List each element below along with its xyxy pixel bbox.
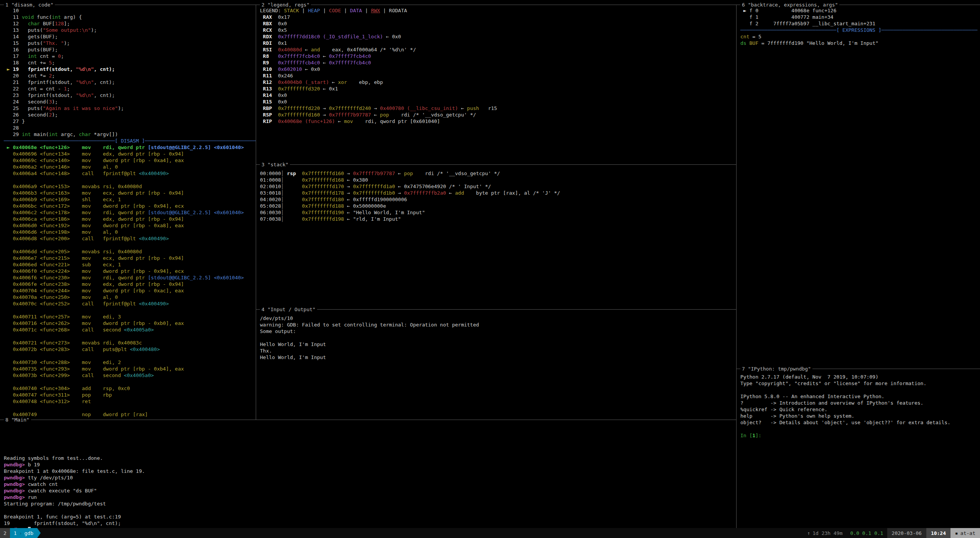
terminal-line: 0x400721 <func+273> movabs rdi, 0x40083c <box>4 340 252 346</box>
terminal-line: 0x4006c2 <func+178> mov rdi, qword ptr [… <box>4 209 252 216</box>
pane-main-gdb[interactable]: 8 "Main" Reading symbols from test...don… <box>0 420 736 528</box>
terminal-line: ds BUF = 7fffffffd190 "Hello World, I'm … <box>740 40 976 46</box>
terminal-line <box>4 442 732 448</box>
terminal-line: ─────────────────────────────────────[ D… <box>4 138 252 144</box>
terminal-line <box>4 448 732 455</box>
terminal-line: 00:0000│ rsp 0x7fffffffd160 → 0x7ffff7b9… <box>260 170 732 177</box>
host-icon: ▪ <box>955 530 958 536</box>
terminal-line: R11 0x246 <box>260 72 732 79</box>
tmux-status-bar: 2 1›gdb ↑1d 23h 49m 0.0 0.1 0.1 2020-03-… <box>0 528 980 538</box>
pane-disasm-code[interactable]: 1 "disasm, code" 10 11 void func(int arg… <box>0 5 256 420</box>
terminal-line: Python 2.7.17 (default, Nov 7 2019, 10:0… <box>740 374 976 380</box>
terminal-line: 13 puts("Some output:\n"); <box>4 27 252 33</box>
terminal-line: 0x400696 <func+134> mov edx, dword ptr [… <box>4 151 252 157</box>
pane-legend-regs[interactable]: 2 "legend, regs" LEGEND: STACK | HEAP | … <box>256 5 736 164</box>
terminal-line: 0x4006b3 <func+163> mov ecx, dword ptr [… <box>4 190 252 196</box>
terminal-line: 0x4006a2 <func+146> mov al, 0 <box>4 164 252 170</box>
window-tab-gdb[interactable]: 1›gdb <box>10 528 37 538</box>
terminal-line: 0x400747 <func+311> pop rbp <box>4 392 252 398</box>
terminal-line: 0x40070a <func+250> mov al, 0 <box>4 294 252 300</box>
terminal-line: ► 0x40068e <func+126> mov rdi, qword ptr… <box>4 144 252 151</box>
terminal-line: Type "copyright", "credits" or "license"… <box>740 380 976 387</box>
terminal-line: 23 fprintf(stdout, "%d\n", cnt); <box>4 92 252 98</box>
uptime-text: ↑1d 23h 49m <box>803 528 846 538</box>
terminal-line: 0x4006b9 <func+169> shl ecx, 1 <box>4 196 252 203</box>
powerline-arrow-icon <box>37 528 41 538</box>
disasm-code-output: 10 11 void func(int arg) { 12 char BUF[1… <box>0 5 256 420</box>
pane-backtrace-expressions[interactable]: 6 "backtrace, expressions, args" ► f 0 4… <box>736 5 980 369</box>
terminal-line: R15 0x0 <box>260 98 732 105</box>
terminal-line: 04:0020│ 0x7fffffffd180 ← 0xfffffd190000… <box>260 196 732 203</box>
terminal-line <box>4 353 252 359</box>
terminal-line: 0x4006d8 <func+200> call fprintf@plt <0x… <box>4 235 252 242</box>
pane-ipython[interactable]: 7 "IPython: tmp/pwndbg" Python 2.7.17 (d… <box>736 369 980 528</box>
terminal-line: f 1 400772 main+34 <box>740 14 976 20</box>
terminal-line: In [1]: <box>740 432 976 439</box>
uptime-value: 1d 23h 49m <box>812 530 842 536</box>
terminal-line: 24 second(3); <box>4 98 252 105</box>
terminal-line: Hello World, I'm Input <box>260 341 732 348</box>
terminal-line: 0x4006a4 <func+148> call fprintf@plt <0x… <box>4 170 252 177</box>
pane-title-stack: 3 "stack" <box>260 161 290 168</box>
terminal-line <box>4 435 732 442</box>
terminal-line: 0x4006d0 <func+192> mov dword ptr [rbp -… <box>4 222 252 229</box>
terminal-line: pwndbg> tty /dev/pts/10 <box>4 474 732 481</box>
terminal-line: 25 puts("Again as it was so nice"); <box>4 105 252 112</box>
terminal-line: 0x4006bc <func+172> mov dword ptr [rbp -… <box>4 203 252 209</box>
terminal-line: 0x400711 <func+257> mov edi, 3 <box>4 313 252 320</box>
terminal-line: 22 cnt = cnt - 1; <box>4 85 252 92</box>
terminal-line <box>4 507 732 513</box>
terminal-line: 28 <box>4 125 252 131</box>
terminal-line: 0x40072b <func+283> call puts@plt <0x400… <box>4 346 252 353</box>
terminal-line: RDX 0x7ffff7dd18c0 (_IO_stdfile_1_lock) … <box>260 33 732 40</box>
terminal-line: 27 } <box>4 118 252 125</box>
terminal-line: 0x40070c <func+252> call fprintf@plt <0x… <box>4 300 252 307</box>
pane-title-disasm-code: 1 "disasm, code" <box>4 2 55 8</box>
terminal-line: IPython 5.8.0 -- An enhanced Interactive… <box>740 393 976 400</box>
terminal-line: R14 0x0 <box>260 92 732 98</box>
terminal-line: Hello World, I'm Input <box>260 354 732 361</box>
terminal-line: 17 int cnt = 0; <box>4 53 252 59</box>
terminal-line: RCX 0x5 <box>260 27 732 33</box>
terminal-line: Starting program: /tmp/pwndbg/test <box>4 500 732 507</box>
terminal-line: 14 gets(BUF); <box>4 33 252 40</box>
terminal-line: 21 fprintf(stdout, "%d\n", cnt); <box>4 79 252 85</box>
terminal-line: 0x400735 <func+293> mov dword ptr [rbp -… <box>4 366 252 372</box>
terminal-line: 29 int main(int argc, char *argv[]) <box>4 131 252 138</box>
pane-stack[interactable]: 3 "stack" 00:0000│ rsp 0x7fffffffd160 → … <box>256 164 736 309</box>
terminal-line: 01:0008│ 0x7fffffffd168 ← 0x380 <box>260 177 732 183</box>
terminal-line: R9 0x7ffff7fcb4c0 ← 0x7ffff7fcb4c0 <box>260 59 732 66</box>
terminal-line: 10 <box>4 7 252 14</box>
terminal-line: Thx. <box>260 348 732 354</box>
ipython-output: Python 2.7.17 (default, Nov 7 2019, 10:0… <box>737 369 980 528</box>
stack-output: 00:0000│ rsp 0x7fffffffd160 → 0x7ffff7b9… <box>256 165 736 309</box>
terminal-line: 0x4006ca <func+186> mov edx, dword ptr [… <box>4 216 252 222</box>
terminal-line: LEGEND: STACK | HEAP | CODE | DATA | RWX… <box>260 7 732 14</box>
backtrace-output: ► f 0 40068e func+126 f 1 400772 main+34… <box>737 5 980 369</box>
terminal-line <box>4 307 252 313</box>
gdb-console-output: Reading symbols from test...done.pwndbg>… <box>0 420 736 528</box>
session-badge[interactable]: 2 <box>0 528 10 538</box>
terminal-line: cnt = 5 <box>740 33 976 40</box>
terminal-line: 0x400704 <func+244> mov dword ptr [rbp -… <box>4 287 252 294</box>
terminal-line: 0x4006dd <func+205> movabs rsi, 0x40080d <box>4 248 252 255</box>
terminal-line <box>260 335 732 341</box>
terminal-line: ? -> Introduction and overview of IPytho… <box>740 400 976 406</box>
terminal-line: R13 0x7fffffffd320 ← 0x1 <box>260 85 732 92</box>
terminal-line <box>4 177 252 183</box>
terminal-line <box>4 422 732 429</box>
terminal-line: 11 void func(int arg) { <box>4 14 252 20</box>
pane-input-output[interactable]: 4 "Input / Output" /dev/pts/10warning: G… <box>256 309 736 420</box>
terminal-line: Breakpoint 1 at 0x40068e: file test.c, l… <box>4 468 732 474</box>
terminal-line: 0x4006e7 <func+215> mov ecx, dword ptr [… <box>4 255 252 261</box>
terminal-line: RBP 0x7fffffffd220 → 0x7fffffffd240 → 0x… <box>260 105 732 112</box>
pane-title-main: 8 "Main" <box>4 417 31 423</box>
terminal-line: pwndbg> b 19 <box>4 461 732 468</box>
terminal-line: 0x400749 nop dword ptr [rax] <box>4 411 252 418</box>
terminal-line: 0x400716 <func+262> mov dword ptr [rbp -… <box>4 320 252 326</box>
terminal-line: 0x40071c <func+268> call second <0x4005a… <box>4 326 252 333</box>
terminal-line: R12 0x4004b0 (_start) ← xor ebp, ebp <box>260 79 732 85</box>
terminal-line: RIP 0x40068e (func+126) ← mov rdi, qword… <box>260 118 732 125</box>
pane-title-input-output: 4 "Input / Output" <box>260 306 317 313</box>
terminal-line: RAX 0x17 <box>260 14 732 20</box>
